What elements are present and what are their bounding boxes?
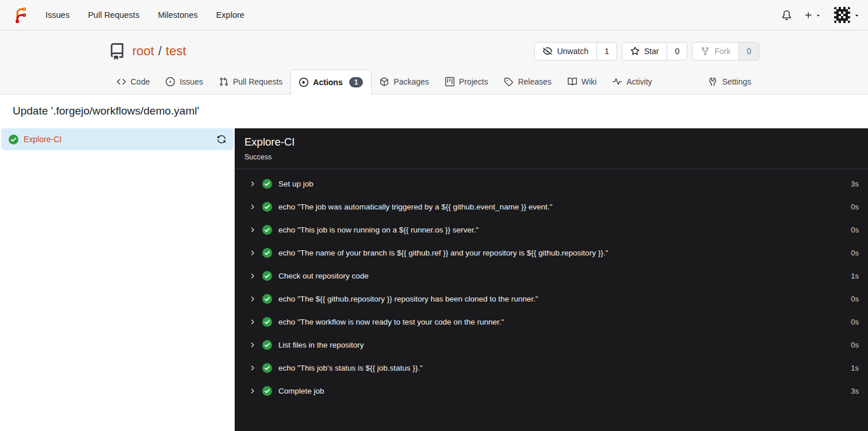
code-icon bbox=[117, 77, 126, 86]
tab-code[interactable]: Code bbox=[109, 70, 158, 94]
repo-name-link[interactable]: test bbox=[166, 44, 186, 59]
tab-issues[interactable]: Issues bbox=[158, 70, 211, 94]
tab-label: Code bbox=[131, 77, 150, 86]
repo-tabs: CodeIssuesPull RequestsActions1PackagesP… bbox=[109, 69, 759, 94]
tab-label: Packages bbox=[393, 77, 429, 86]
step-duration: 0s bbox=[851, 249, 859, 257]
step-name: echo "The workflow is now ready to test … bbox=[278, 318, 504, 326]
step-row[interactable]: List files in the repository0s bbox=[235, 333, 868, 356]
unwatch-count[interactable]: 1 bbox=[596, 43, 617, 60]
job-item-explore-ci[interactable]: Explore-CI bbox=[1, 128, 234, 150]
step-success-check-icon bbox=[262, 248, 272, 258]
chevron-right-icon[interactable] bbox=[248, 272, 256, 280]
navbar-links: IssuesPull RequestsMilestonesExplore bbox=[36, 0, 254, 30]
step-row[interactable]: echo "The job was automatically triggere… bbox=[235, 195, 868, 218]
tab-releases[interactable]: Releases bbox=[496, 70, 559, 94]
job-log-header: Explore-CI Success bbox=[235, 128, 868, 169]
step-row[interactable]: echo "The name of your branch is ${{ git… bbox=[235, 241, 868, 264]
step-success-check-icon bbox=[262, 386, 272, 396]
step-duration: 0s bbox=[851, 295, 859, 303]
tab-label: Activity bbox=[626, 77, 652, 86]
workflow-run-title: Update '.forgejo/workflows/demo.yaml' bbox=[0, 94, 868, 128]
job-log-panel: Explore-CI Success Set up job3secho "The… bbox=[235, 128, 868, 431]
step-duration: 3s bbox=[851, 180, 859, 188]
step-success-check-icon bbox=[262, 340, 272, 350]
tab-actions[interactable]: Actions1 bbox=[290, 70, 372, 94]
step-row[interactable]: echo "The ${{ github.repository }} repos… bbox=[235, 287, 868, 310]
tab-wiki[interactable]: Wiki bbox=[560, 70, 605, 94]
tab-label: Issues bbox=[179, 77, 202, 86]
pull-request-icon bbox=[219, 77, 228, 86]
repo-book-icon bbox=[109, 43, 125, 60]
step-name: echo "The job was automatically triggere… bbox=[278, 203, 552, 211]
tab-label: Releases bbox=[518, 77, 551, 86]
star-label: Star bbox=[644, 47, 659, 56]
step-row[interactable]: echo "This job is now running on a ${{ r… bbox=[235, 218, 868, 241]
chevron-right-icon[interactable] bbox=[248, 387, 256, 395]
forgejo-logo-icon[interactable] bbox=[13, 6, 28, 24]
tab-label: Pull Requests bbox=[233, 77, 282, 86]
tab-label: Wiki bbox=[582, 77, 596, 86]
step-duration: 3s bbox=[851, 387, 859, 395]
step-name: Complete job bbox=[278, 387, 324, 395]
tab-activity[interactable]: Activity bbox=[605, 70, 660, 94]
step-row[interactable]: echo "The workflow is now ready to test … bbox=[235, 310, 868, 333]
step-duration: 0s bbox=[851, 341, 859, 349]
step-name: echo "This job is now running on a ${{ r… bbox=[278, 226, 479, 234]
settings-icon bbox=[708, 77, 717, 86]
step-name: echo "The ${{ github.repository }} repos… bbox=[278, 295, 538, 303]
step-duration: 0s bbox=[851, 226, 859, 234]
step-row[interactable]: Check out repository code1s bbox=[235, 264, 868, 287]
repo-action-buttons: Unwatch1Star0Fork0 bbox=[534, 42, 759, 60]
nav-item-issues[interactable]: Issues bbox=[36, 0, 79, 30]
nav-item-explore[interactable]: Explore bbox=[207, 0, 254, 30]
step-success-check-icon bbox=[262, 363, 272, 373]
tab-projects[interactable]: Projects bbox=[437, 70, 496, 94]
chevron-right-icon[interactable] bbox=[248, 364, 256, 372]
star-count[interactable]: 0 bbox=[667, 43, 687, 60]
chevron-right-icon[interactable] bbox=[248, 180, 256, 188]
nav-item-pull-requests[interactable]: Pull Requests bbox=[79, 0, 148, 30]
step-success-check-icon bbox=[262, 294, 272, 304]
job-log-title: Explore-CI bbox=[244, 136, 858, 148]
step-row[interactable]: echo "This job's status is ${{ job.statu… bbox=[235, 356, 868, 379]
tab-settings[interactable]: Settings bbox=[700, 70, 759, 94]
nav-item-milestones[interactable]: Milestones bbox=[148, 0, 207, 30]
actions-icon bbox=[299, 78, 308, 87]
step-success-check-icon bbox=[262, 317, 272, 327]
step-success-check-icon bbox=[262, 179, 272, 189]
package-icon bbox=[380, 77, 389, 86]
unwatch-label: Unwatch bbox=[557, 47, 588, 56]
tab-label: Projects bbox=[459, 77, 488, 86]
step-name: Check out repository code bbox=[278, 272, 369, 280]
job-success-check-icon bbox=[9, 135, 18, 144]
create-new-button[interactable] bbox=[804, 11, 821, 20]
chevron-right-icon[interactable] bbox=[248, 226, 256, 234]
chevron-right-icon[interactable] bbox=[248, 295, 256, 303]
chevron-right-icon[interactable] bbox=[248, 341, 256, 349]
chevron-right-icon[interactable] bbox=[248, 318, 256, 326]
step-row[interactable]: Complete job3s bbox=[235, 379, 868, 402]
top-navbar: IssuesPull RequestsMilestonesExplore bbox=[0, 0, 868, 30]
step-success-check-icon bbox=[262, 202, 272, 212]
tab-label: Settings bbox=[722, 77, 751, 86]
notifications-bell-icon[interactable] bbox=[782, 10, 791, 20]
step-duration: 0s bbox=[851, 318, 859, 326]
run-view: Explore-CI Explore-CI Success Set up job… bbox=[0, 128, 868, 431]
tab-pull-requests[interactable]: Pull Requests bbox=[211, 70, 290, 94]
chevron-right-icon[interactable] bbox=[248, 203, 256, 211]
tab-packages[interactable]: Packages bbox=[372, 70, 437, 94]
refresh-icon[interactable] bbox=[217, 135, 226, 144]
step-success-check-icon bbox=[262, 271, 272, 281]
step-row[interactable]: Set up job3s bbox=[235, 172, 868, 195]
user-menu[interactable] bbox=[834, 7, 860, 23]
chevron-right-icon[interactable] bbox=[248, 249, 256, 257]
unwatch-icon bbox=[543, 47, 552, 56]
unwatch-button[interactable]: Unwatch bbox=[535, 43, 596, 60]
repo-owner-link[interactable]: root bbox=[132, 44, 154, 59]
job-status-text: Success bbox=[244, 153, 858, 161]
step-success-check-icon bbox=[262, 225, 272, 235]
unwatch-button-group: Unwatch1 bbox=[534, 42, 617, 60]
jobs-sidebar: Explore-CI bbox=[0, 128, 235, 431]
star-button[interactable]: Star bbox=[622, 43, 667, 60]
